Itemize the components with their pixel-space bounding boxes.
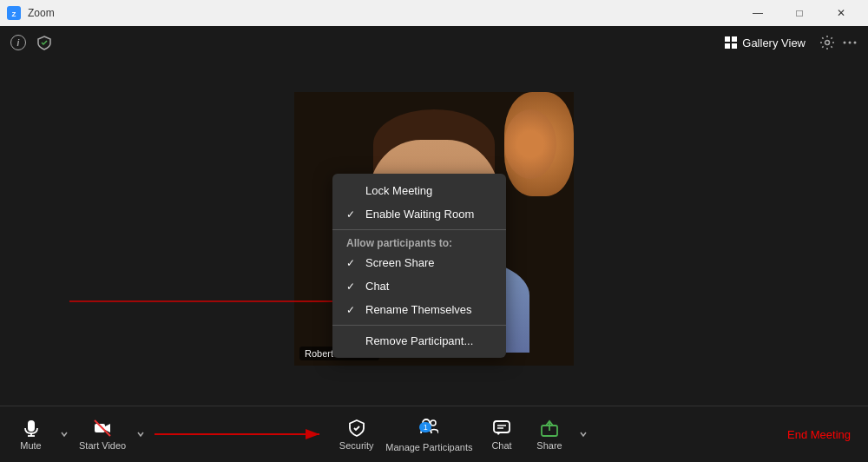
- mute-label: Mute: [20, 440, 41, 451]
- manage-participants-label: Manage Participants: [385, 442, 472, 452]
- share-chevron-icon: [579, 430, 588, 439]
- screen-share-label: Screen Share: [365, 256, 435, 269]
- security-context-menu: Lock Meeting ✓ Enable Waiting Room Allow…: [332, 174, 506, 358]
- rename-label: Rename Themselves: [365, 303, 472, 316]
- rename-check: ✓: [346, 304, 358, 316]
- mute-chevron-icon: [60, 430, 69, 439]
- mute-button[interactable]: Mute: [7, 411, 55, 459]
- security-icon: [347, 419, 366, 438]
- mute-group: Mute: [7, 411, 74, 459]
- titlebar-left: Z Zoom: [7, 6, 55, 20]
- svg-rect-8: [28, 420, 35, 432]
- grid-icon: [725, 36, 737, 49]
- participant-count-badge: 1: [419, 422, 431, 432]
- share-icon: [540, 419, 559, 438]
- screen-share-item[interactable]: ✓ Screen Share: [332, 251, 506, 274]
- top-bar-right: Gallery View: [718, 33, 858, 53]
- video-chevron-button[interactable]: [131, 411, 150, 459]
- chat-item[interactable]: ✓ Chat: [332, 274, 506, 298]
- menu-divider-2: [332, 325, 506, 326]
- svg-point-5: [854, 42, 857, 44]
- toolbar: Mute Start Video: [0, 406, 868, 462]
- enable-waiting-room-label: Enable Waiting Room: [365, 208, 474, 221]
- svg-point-3: [844, 42, 846, 44]
- mute-chevron-button[interactable]: [55, 411, 74, 459]
- main-content: i Gallery View: [0, 26, 868, 432]
- svg-point-16: [431, 420, 436, 426]
- share-label: Share: [536, 440, 562, 451]
- rename-item[interactable]: ✓ Rename Themselves: [332, 298, 506, 321]
- lock-meeting-label: Lock Meeting: [365, 184, 432, 197]
- share-group: Share: [526, 411, 593, 459]
- titlebar-controls: — □ ✕: [738, 0, 861, 26]
- more-options-icon[interactable]: [842, 35, 858, 50]
- screen-share-check: ✓: [346, 257, 358, 269]
- video-off-icon: [93, 419, 112, 438]
- allow-section-label: Allow participants to:: [332, 234, 506, 251]
- microphone-icon: [22, 419, 41, 438]
- share-chevron-button[interactable]: [574, 411, 593, 459]
- top-bar: i Gallery View: [0, 26, 868, 59]
- chat-label: Chat: [365, 280, 389, 293]
- share-button[interactable]: Share: [526, 411, 574, 459]
- gallery-view-button[interactable]: Gallery View: [718, 33, 812, 53]
- shield-status-icon: [36, 35, 52, 50]
- start-video-group: Start Video: [74, 411, 150, 459]
- security-label: Security: [339, 440, 374, 451]
- titlebar-title: Zoom: [28, 7, 55, 19]
- close-button[interactable]: ✕: [821, 0, 861, 26]
- menu-divider-1: [332, 229, 506, 230]
- start-video-label: Start Video: [79, 440, 126, 451]
- minimize-button[interactable]: —: [738, 0, 778, 26]
- chat-check: ✓: [346, 280, 358, 293]
- remove-participant-item[interactable]: Remove Participant...: [332, 329, 506, 353]
- settings-icon[interactable]: [819, 35, 835, 50]
- start-video-button[interactable]: Start Video: [74, 411, 131, 459]
- chat-icon: [492, 419, 511, 438]
- svg-point-4: [849, 42, 852, 44]
- security-button[interactable]: Security: [332, 411, 380, 459]
- video-chevron-icon: [136, 430, 145, 439]
- top-bar-left: i: [10, 35, 52, 50]
- horizontal-red-arrow: [155, 426, 328, 443]
- svg-text:Z: Z: [12, 10, 16, 18]
- zoom-icon: Z: [7, 6, 21, 20]
- waiting-room-check: ✓: [346, 208, 358, 221]
- lock-meeting-item[interactable]: Lock Meeting: [332, 179, 506, 202]
- chat-label: Chat: [491, 440, 511, 451]
- titlebar: Z Zoom — □ ✕: [0, 0, 868, 26]
- remove-participant-label: Remove Participant...: [365, 334, 473, 347]
- info-icon[interactable]: i: [10, 35, 26, 50]
- svg-rect-17: [494, 421, 510, 432]
- background-decoration-2: [504, 109, 556, 179]
- participants-icon-container: 1: [419, 417, 438, 439]
- maximize-button[interactable]: □: [779, 0, 819, 26]
- manage-participants-button[interactable]: 1 Manage Participants: [380, 411, 477, 459]
- end-meeting-button[interactable]: End Meeting: [777, 421, 861, 448]
- enable-waiting-room-item[interactable]: ✓ Enable Waiting Room: [332, 202, 506, 226]
- gallery-view-label: Gallery View: [742, 36, 806, 50]
- chat-button[interactable]: Chat: [478, 411, 526, 459]
- svg-point-2: [825, 41, 830, 45]
